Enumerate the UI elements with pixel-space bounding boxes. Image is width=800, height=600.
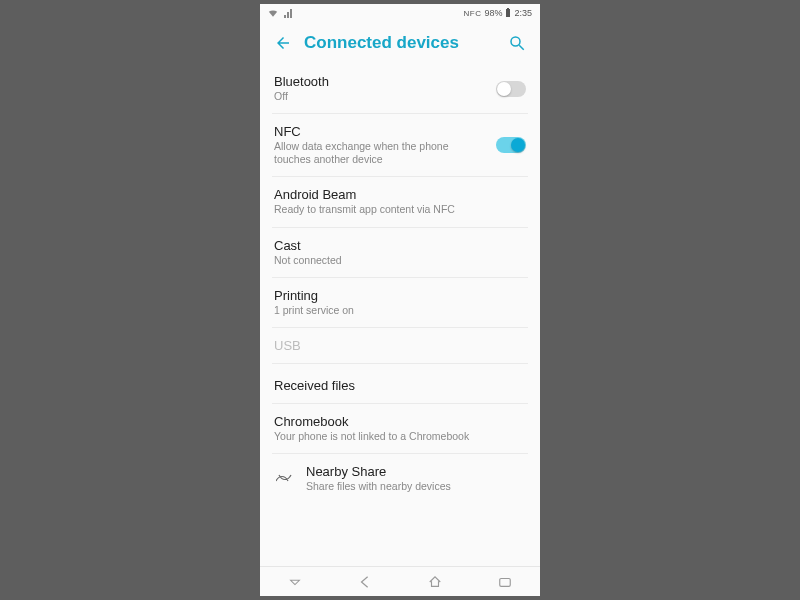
nearby-share-icon	[274, 472, 296, 484]
row-title: Nearby Share	[306, 464, 526, 479]
battery-icon	[505, 8, 511, 18]
svg-rect-1	[507, 8, 509, 9]
app-header: Connected devices	[260, 22, 540, 64]
row-received-files[interactable]: Received files	[272, 368, 528, 404]
status-clock: 2:35	[514, 8, 532, 18]
row-sub: Share files with nearby devices	[306, 480, 526, 493]
svg-rect-4	[500, 578, 511, 586]
row-title: USB	[274, 338, 526, 353]
nav-home-button[interactable]	[415, 575, 455, 589]
system-nav-bar	[260, 566, 540, 596]
row-title: Printing	[274, 288, 526, 303]
row-nearby-share[interactable]: Nearby Share Share files with nearby dev…	[272, 454, 528, 503]
settings-list: Bluetooth Off NFC Allow data exchange wh…	[260, 64, 540, 566]
row-chromebook[interactable]: Chromebook Your phone is not linked to a…	[272, 404, 528, 454]
signal-icon	[284, 9, 294, 18]
row-usb: USB	[272, 328, 528, 364]
phone-frame: NFC 98% 2:35 Connected devices Bluetooth…	[260, 4, 540, 596]
row-title: Cast	[274, 238, 526, 253]
row-title: Received files	[274, 378, 526, 393]
row-sub: Your phone is not linked to a Chromebook	[274, 430, 526, 443]
status-nfc-label: NFC	[464, 9, 482, 18]
page-title: Connected devices	[304, 33, 496, 53]
status-bar: NFC 98% 2:35	[260, 4, 540, 22]
row-nfc[interactable]: NFC Allow data exchange when the phone t…	[272, 114, 528, 177]
svg-rect-0	[506, 9, 510, 17]
row-title: Chromebook	[274, 414, 526, 429]
search-button[interactable]	[504, 30, 530, 56]
row-title: NFC	[274, 124, 486, 139]
row-sub: Off	[274, 90, 486, 103]
bluetooth-toggle[interactable]	[496, 81, 526, 97]
row-title: Bluetooth	[274, 74, 486, 89]
wifi-icon	[268, 9, 278, 18]
svg-line-3	[519, 45, 524, 50]
row-android-beam[interactable]: Android Beam Ready to transmit app conte…	[272, 177, 528, 227]
nfc-toggle[interactable]	[496, 137, 526, 153]
status-battery-pct: 98%	[484, 8, 502, 18]
nav-drawer-button[interactable]	[275, 575, 315, 589]
svg-point-2	[511, 37, 520, 46]
row-sub: Allow data exchange when the phone touch…	[274, 140, 486, 166]
row-bluetooth[interactable]: Bluetooth Off	[272, 64, 528, 114]
nav-back-button[interactable]	[345, 575, 385, 589]
row-sub: 1 print service on	[274, 304, 526, 317]
row-sub: Ready to transmit app content via NFC	[274, 203, 526, 216]
back-button[interactable]	[270, 30, 296, 56]
nav-recents-button[interactable]	[485, 575, 525, 589]
row-printing[interactable]: Printing 1 print service on	[272, 278, 528, 328]
row-sub: Not connected	[274, 254, 526, 267]
row-cast[interactable]: Cast Not connected	[272, 228, 528, 278]
row-title: Android Beam	[274, 187, 526, 202]
